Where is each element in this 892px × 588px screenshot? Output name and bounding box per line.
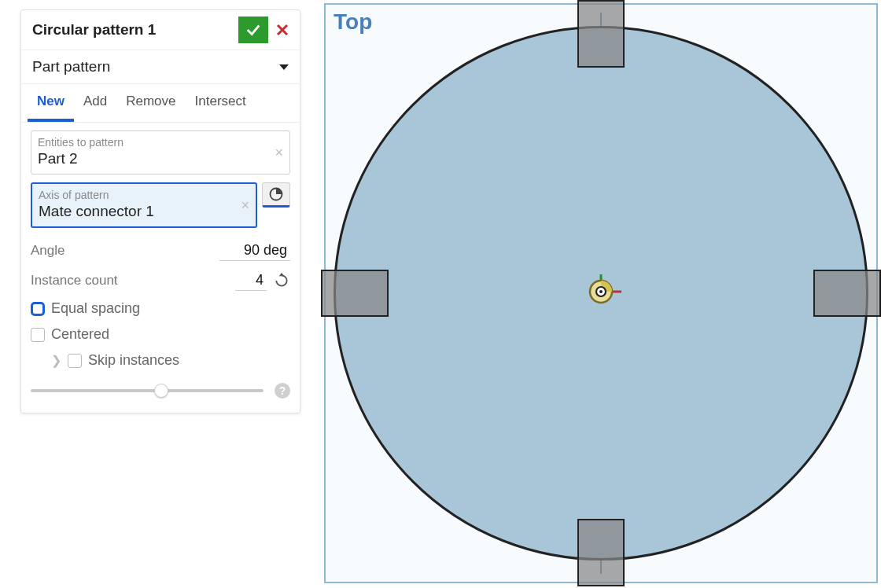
tab-new[interactable]: New bbox=[28, 84, 74, 122]
equal-spacing-label: Equal spacing bbox=[51, 300, 140, 317]
check-icon bbox=[245, 21, 262, 39]
centered-label: Centered bbox=[51, 326, 109, 343]
clear-axis-icon[interactable]: × bbox=[241, 197, 249, 214]
pattern-instance-right[interactable] bbox=[813, 270, 881, 317]
reverse-direction-button[interactable] bbox=[273, 272, 290, 289]
skip-instances-label: Skip instances bbox=[88, 352, 179, 369]
equal-spacing-checkbox[interactable] bbox=[31, 302, 45, 316]
cancel-button[interactable] bbox=[270, 17, 295, 43]
circular-pattern-panel: Circular pattern 1 Part pattern New Add … bbox=[20, 9, 300, 413]
skip-instances-row: ❯ Skip instances bbox=[31, 347, 290, 373]
confirm-button[interactable] bbox=[238, 17, 268, 43]
chevron-down-icon bbox=[279, 64, 289, 70]
axis-label: Axis of pattern bbox=[39, 189, 249, 201]
instance-count-label: Instance count bbox=[31, 273, 235, 288]
centered-row: Centered bbox=[31, 322, 290, 347]
axis-row: Axis of pattern Mate connector 1 × bbox=[31, 182, 290, 236]
entities-value: Part 2 bbox=[38, 150, 283, 167]
tab-remove[interactable]: Remove bbox=[116, 84, 185, 122]
entities-field[interactable]: Entities to pattern Part 2 × bbox=[31, 130, 290, 175]
pattern-instance-left[interactable] bbox=[321, 270, 389, 317]
centered-checkbox[interactable] bbox=[31, 328, 45, 342]
clear-entities-icon[interactable]: × bbox=[275, 145, 283, 161]
equal-spacing-row: Equal spacing bbox=[31, 296, 290, 322]
entities-label: Entities to pattern bbox=[38, 136, 283, 149]
angle-input[interactable]: 90 deg bbox=[219, 241, 290, 261]
origin-icon bbox=[577, 268, 625, 315]
pattern-instance-bottom[interactable] bbox=[577, 519, 625, 586]
pattern-type-dropdown[interactable]: Part pattern bbox=[21, 50, 300, 84]
slider-thumb[interactable] bbox=[154, 384, 168, 398]
mate-connector-button[interactable] bbox=[262, 182, 290, 208]
reverse-icon bbox=[274, 273, 289, 288]
boolean-tabs: New Add Remove Intersect bbox=[21, 84, 300, 123]
axis-field[interactable]: Axis of pattern Mate connector 1 × bbox=[31, 182, 257, 228]
tab-intersect[interactable]: Intersect bbox=[186, 84, 256, 122]
svg-point-5 bbox=[599, 290, 603, 293]
close-icon bbox=[275, 23, 289, 37]
panel-body: Entities to pattern Part 2 × Axis of pat… bbox=[21, 123, 300, 413]
axis-value: Mate connector 1 bbox=[39, 203, 249, 220]
angle-row: Angle 90 deg bbox=[31, 236, 290, 266]
opacity-slider-row: ? bbox=[31, 373, 290, 402]
opacity-slider[interactable] bbox=[31, 389, 264, 392]
pattern-instance-top[interactable] bbox=[577, 0, 625, 68]
view-label: Top bbox=[334, 9, 372, 35]
panel-title: Circular pattern 1 bbox=[32, 21, 238, 39]
angle-label: Angle bbox=[31, 243, 219, 259]
expand-icon[interactable]: ❯ bbox=[51, 353, 61, 368]
help-button[interactable]: ? bbox=[275, 383, 290, 399]
mate-connector-icon bbox=[268, 186, 284, 202]
instance-count-row: Instance count 4 bbox=[31, 266, 290, 296]
pattern-type-label: Part pattern bbox=[32, 58, 279, 75]
panel-header: Circular pattern 1 bbox=[21, 10, 300, 50]
origin-marker[interactable] bbox=[577, 268, 625, 318]
skip-instances-checkbox[interactable] bbox=[68, 354, 82, 368]
viewport[interactable]: Top bbox=[324, 3, 878, 583]
tab-add[interactable]: Add bbox=[74, 84, 116, 122]
instance-count-input[interactable]: 4 bbox=[235, 270, 267, 291]
